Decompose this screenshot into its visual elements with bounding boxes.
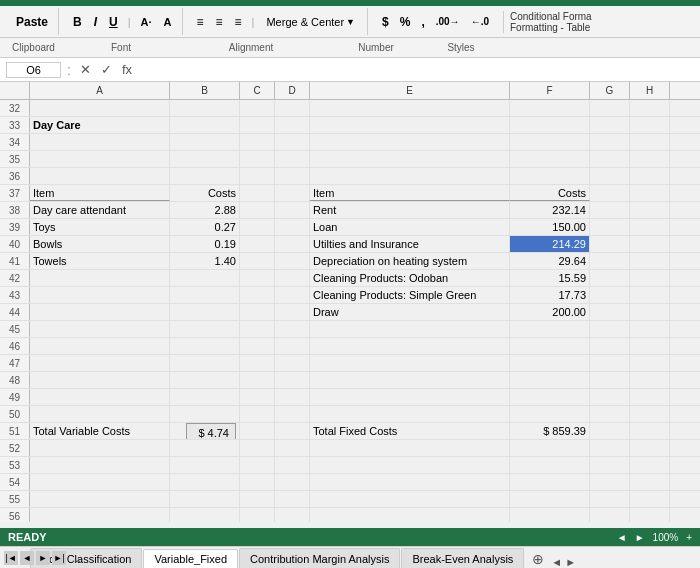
cell-D[interactable] [275,185,310,201]
cell-A[interactable]: Item [30,185,170,201]
cell-F[interactable] [510,372,590,388]
cell-D[interactable] [275,338,310,354]
cell-D[interactable] [275,168,310,184]
cell-G[interactable] [590,117,630,133]
sheet-tab-contribution-margin-analysis[interactable]: Contribution Margin Analysis [239,548,400,568]
cell-H[interactable] [630,457,670,473]
cell-E[interactable] [310,440,510,456]
cell-C[interactable] [240,219,275,235]
cell-E[interactable] [310,372,510,388]
cell-G[interactable] [590,423,630,439]
cell-D[interactable] [275,491,310,507]
cell-H[interactable] [630,117,670,133]
cell-A[interactable] [30,100,170,116]
cell-B[interactable] [170,287,240,303]
cell-A[interactable]: Day care attendant [30,202,170,218]
cell-F[interactable] [510,406,590,422]
cell-B[interactable] [170,372,240,388]
cell-G[interactable] [590,338,630,354]
cell-F[interactable]: 200.00 [510,304,590,320]
cell-E[interactable] [310,474,510,490]
cell-G[interactable] [590,440,630,456]
cell-A[interactable] [30,355,170,371]
cell-G[interactable] [590,304,630,320]
cell-H[interactable] [630,100,670,116]
tab-nav-next[interactable]: ► [36,551,50,565]
cell-C[interactable] [240,457,275,473]
cell-E[interactable] [310,321,510,337]
cell-F[interactable]: 17.73 [510,287,590,303]
cell-D[interactable] [275,287,310,303]
cell-F[interactable] [510,440,590,456]
cell-G[interactable] [590,219,630,235]
cell-D[interactable] [275,270,310,286]
cell-D[interactable] [275,508,310,522]
cell-A[interactable] [30,338,170,354]
cell-E[interactable]: Total Fixed Costs [310,423,510,439]
cell-H[interactable] [630,508,670,522]
cell-C[interactable] [240,304,275,320]
cell-A[interactable] [30,440,170,456]
cell-A[interactable] [30,508,170,522]
cell-C[interactable] [240,423,275,439]
cell-F[interactable] [510,457,590,473]
cell-A[interactable] [30,474,170,490]
cell-H[interactable] [630,440,670,456]
cell-B[interactable]: 2.88 [170,202,240,218]
cell-F[interactable]: 150.00 [510,219,590,235]
cell-D[interactable] [275,440,310,456]
cell-F[interactable] [510,168,590,184]
cell-B[interactable] [170,168,240,184]
cell-E[interactable]: Utilties and Insurance [310,236,510,252]
cell-B[interactable] [170,355,240,371]
cell-H[interactable] [630,134,670,150]
cell-A[interactable]: Total Variable Costs [30,423,170,439]
cell-D[interactable] [275,202,310,218]
cell-F[interactable] [510,491,590,507]
cell-A[interactable] [30,287,170,303]
cell-B[interactable] [170,100,240,116]
cell-D[interactable] [275,151,310,167]
cell-D[interactable] [275,457,310,473]
cell-E[interactable] [310,389,510,405]
cell-F[interactable] [510,321,590,337]
sheet-tab-break-even-analysis[interactable]: Break-Even Analysis [401,548,524,568]
cell-F[interactable] [510,100,590,116]
cell-A[interactable] [30,151,170,167]
cell-H[interactable] [630,202,670,218]
cell-B[interactable] [170,457,240,473]
scroll-prev-icon[interactable]: ◄ [617,532,627,543]
font-color-button[interactable]: A· [137,14,156,30]
cell-B[interactable]: 0.19 [170,236,240,252]
cell-A[interactable] [30,304,170,320]
cell-D[interactable] [275,372,310,388]
cell-G[interactable] [590,168,630,184]
cell-H[interactable] [630,406,670,422]
decimal-increase-button[interactable]: .00→ [432,14,464,29]
cell-G[interactable] [590,253,630,269]
cell-F[interactable] [510,338,590,354]
cell-D[interactable] [275,100,310,116]
tab-nav-last[interactable]: ►| [52,551,66,565]
cell-G[interactable] [590,100,630,116]
cell-E[interactable] [310,457,510,473]
cell-F[interactable]: Costs [510,185,590,201]
cell-E[interactable] [310,134,510,150]
cell-G[interactable] [590,202,630,218]
cell-D[interactable] [275,321,310,337]
align-right-button[interactable]: ≡ [231,13,246,31]
name-box[interactable] [6,62,61,78]
cell-E[interactable] [310,491,510,507]
cell-A[interactable]: Toys [30,219,170,235]
cell-B[interactable] [170,389,240,405]
cell-C[interactable] [240,338,275,354]
cell-C[interactable] [240,202,275,218]
cell-F[interactable] [510,355,590,371]
cell-G[interactable] [590,491,630,507]
cell-B[interactable] [170,321,240,337]
cell-H[interactable] [630,287,670,303]
cell-C[interactable] [240,491,275,507]
cell-H[interactable] [630,423,670,439]
cell-H[interactable] [630,236,670,252]
cell-C[interactable] [240,389,275,405]
